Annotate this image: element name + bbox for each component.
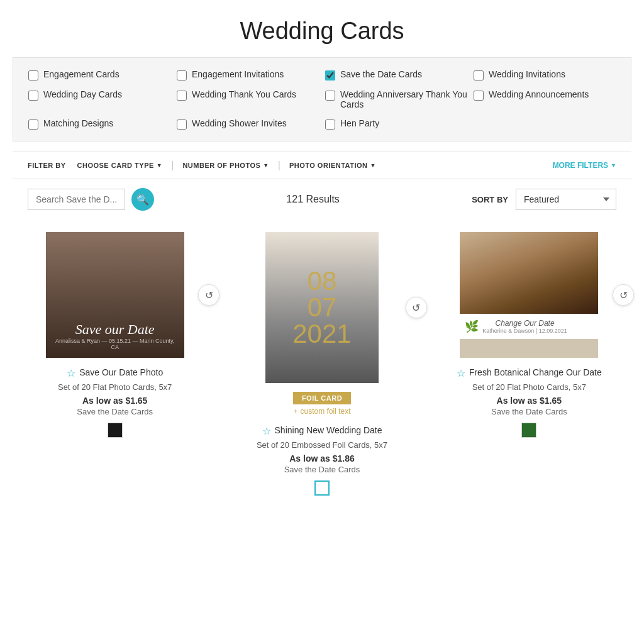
search-button[interactable]: 🔍 <box>131 188 154 211</box>
category-label-wedding-shower-invites: Wedding Shower Invites <box>192 118 287 128</box>
product-image-wrapper: Save our Date Annalissa & Ryan — 05.15.2… <box>19 232 211 358</box>
product-card: 08072021 ↺ FOIL CARD custom foil text ☆ … <box>226 232 418 496</box>
product-details-3: Set of 20 Flat Photo Cards, 5x7 <box>472 382 586 393</box>
filter-separator-2: | <box>278 160 280 171</box>
category-grid: Engagement CardsEngagement InvitationsSa… <box>28 69 616 130</box>
filter-bar: FILTER BY CHOOSE CARD TYPE | NUMBER OF P… <box>13 152 631 179</box>
product-image-1: Save our Date Annalissa & Ryan — 05.15.2… <box>46 232 184 358</box>
leaf-icon: 🌿 <box>465 319 479 333</box>
results-count: 121 Results <box>164 194 462 205</box>
product-image-wrapper: 🌿 Change Our Date Katherine & Dawson | 1… <box>433 232 625 358</box>
card-subtext-3: Katherine & Dawson | 12.09.2021 <box>482 328 567 334</box>
foil-badge: FOIL CARD <box>293 392 351 404</box>
checkbox-wedding-anniversary-thank-you-cards[interactable] <box>325 91 335 101</box>
category-label-wedding-day-cards: Wedding Day Cards <box>43 89 122 99</box>
category-label-wedding-thank-you-cards: Wedding Thank You Cards <box>192 89 296 99</box>
category-item-wedding-announcements[interactable]: Wedding Announcements <box>474 89 616 109</box>
category-label-wedding-invitations: Wedding Invitations <box>489 69 565 79</box>
flip-button-2[interactable]: ↺ <box>406 297 427 318</box>
checkbox-engagement-cards[interactable] <box>28 70 38 80</box>
checkbox-wedding-thank-you-cards[interactable] <box>177 91 187 101</box>
product-details-1: Set of 20 Flat Photo Cards, 5x7 <box>58 382 172 393</box>
checkbox-save-the-date-cards[interactable] <box>325 70 335 80</box>
products-grid: Save our Date Annalissa & Ryan — 05.15.2… <box>0 219 644 514</box>
category-item-wedding-shower-invites[interactable]: Wedding Shower Invites <box>177 118 319 130</box>
sort-label: SORT BY <box>472 195 508 204</box>
checkbox-wedding-announcements[interactable] <box>474 91 484 101</box>
sort-select[interactable]: FeaturedNewestPrice: Low to HighPrice: H… <box>516 189 616 210</box>
card-text-2: 08072021 <box>292 268 351 347</box>
product-name-3: Fresh Botanical Change Our Date <box>469 367 602 379</box>
page-title: Wedding Cards <box>0 0 644 57</box>
checkbox-wedding-day-cards[interactable] <box>28 91 38 101</box>
photo-orientation-filter[interactable]: PHOTO ORIENTATION <box>289 162 385 169</box>
favorite-icon-1[interactable]: ☆ <box>67 367 75 379</box>
category-item-matching-designs[interactable]: Matching Designs <box>28 118 170 130</box>
category-item-engagement-invitations[interactable]: Engagement Invitations <box>177 69 319 80</box>
category-item-wedding-day-cards[interactable]: Wedding Day Cards <box>28 89 170 109</box>
more-filters-button[interactable]: MORE FILTERS <box>553 161 616 170</box>
search-wrapper: 🔍 <box>28 188 154 211</box>
color-swatch-2[interactable] <box>314 480 330 496</box>
favorite-icon-3[interactable]: ☆ <box>457 367 465 379</box>
product-details-2: Set of 20 Embossed Foil Cards, 5x7 <box>257 440 387 451</box>
product-category-2: Save the Date Cards <box>284 465 360 474</box>
search-icon: 🔍 <box>136 194 149 206</box>
checkbox-matching-designs[interactable] <box>28 119 38 130</box>
product-category-3: Save the Date Cards <box>491 407 567 416</box>
category-item-hen-party[interactable]: Hen Party <box>325 118 467 130</box>
checkbox-engagement-invitations[interactable] <box>177 70 187 80</box>
color-swatch-3[interactable] <box>521 423 536 438</box>
category-filter-box: Engagement CardsEngagement InvitationsSa… <box>13 57 631 142</box>
product-name-1: Save Our Date Photo <box>79 367 163 379</box>
product-price-1: As low as $1.65 <box>82 396 148 406</box>
sort-wrapper: SORT BY FeaturedNewestPrice: Low to High… <box>472 189 616 210</box>
number-of-photos-filter[interactable]: NUMBER OF PHOTOS <box>182 162 277 169</box>
flip-button-3[interactable]: ↺ <box>613 284 634 306</box>
category-label-save-the-date-cards: Save the Date Cards <box>340 69 422 79</box>
flip-icon: ↺ <box>412 302 420 314</box>
filter-separator-1: | <box>171 160 174 171</box>
foil-sub: custom foil text <box>293 407 351 416</box>
flip-button-1[interactable]: ↺ <box>198 284 219 306</box>
checkbox-wedding-invitations[interactable] <box>474 70 484 80</box>
product-image-3: 🌿 Change Our Date Katherine & Dawson | 1… <box>460 232 598 358</box>
category-item-save-the-date-cards[interactable]: Save the Date Cards <box>325 69 467 80</box>
filter-by-label: FILTER BY <box>28 162 66 169</box>
product-image-2: 08072021 <box>265 232 379 383</box>
category-item-wedding-anniversary-thank-you-cards[interactable]: Wedding Anniversary Thank You Cards <box>325 89 467 109</box>
checkbox-wedding-shower-invites[interactable] <box>177 119 187 130</box>
category-label-hen-party: Hen Party <box>340 118 379 128</box>
search-input[interactable] <box>28 189 125 210</box>
search-results-bar: 🔍 121 Results SORT BY FeaturedNewestPric… <box>13 179 631 219</box>
product-price-2: As low as $1.86 <box>289 453 355 464</box>
category-label-wedding-announcements: Wedding Announcements <box>489 89 589 99</box>
category-label-wedding-anniversary-thank-you-cards: Wedding Anniversary Thank You Cards <box>340 89 467 109</box>
checkbox-hen-party[interactable] <box>325 119 335 130</box>
choose-card-type-filter[interactable]: CHOOSE CARD TYPE <box>77 162 172 169</box>
product-card: Save our Date Annalissa & Ryan — 05.15.2… <box>19 232 211 496</box>
product-card: 🌿 Change Our Date Katherine & Dawson | 1… <box>433 232 625 496</box>
card-subtext-1: Annalissa & Ryan — 05.15.21 — Marin Coun… <box>53 338 177 350</box>
card-text-3: Change Our Date <box>482 319 567 328</box>
product-image-wrapper: 08072021 ↺ <box>226 232 418 383</box>
category-item-wedding-invitations[interactable]: Wedding Invitations <box>474 69 616 80</box>
card-text-1: Save our Date <box>53 321 177 338</box>
category-label-engagement-cards: Engagement Cards <box>43 69 119 79</box>
product-name-2: Shining New Wedding Date <box>275 425 382 437</box>
category-item-wedding-thank-you-cards[interactable]: Wedding Thank You Cards <box>177 89 319 109</box>
category-label-matching-designs: Matching Designs <box>43 118 113 128</box>
flip-icon: ↺ <box>619 289 628 301</box>
product-price-3: As low as $1.65 <box>497 396 562 406</box>
product-category-1: Save the Date Cards <box>77 407 153 416</box>
color-swatch-1[interactable] <box>108 423 123 438</box>
flip-icon: ↺ <box>205 289 213 301</box>
category-item-engagement-cards[interactable]: Engagement Cards <box>28 69 170 80</box>
category-label-engagement-invitations: Engagement Invitations <box>192 69 284 79</box>
favorite-icon-2[interactable]: ☆ <box>262 425 271 437</box>
